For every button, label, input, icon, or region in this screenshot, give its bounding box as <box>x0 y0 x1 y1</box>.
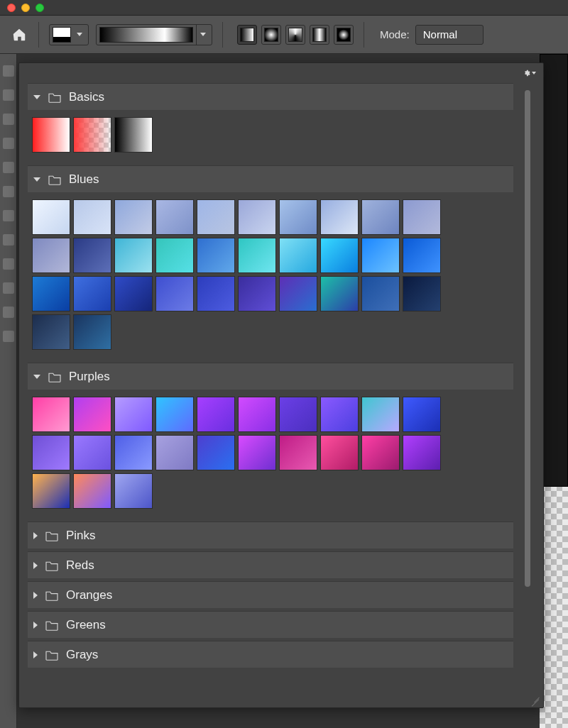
folder-header[interactable]: Pinks <box>28 522 513 548</box>
gradient-swatch[interactable] <box>73 276 111 311</box>
window-close-button[interactable] <box>7 4 16 12</box>
gradient-swatch[interactable] <box>403 397 441 432</box>
chevron-down-icon <box>200 33 206 36</box>
folder-header[interactable]: Blues <box>28 165 513 192</box>
gradient-type-angle[interactable] <box>285 25 305 45</box>
gradient-type-linear[interactable] <box>237 25 257 45</box>
gradient-swatch[interactable] <box>279 276 317 311</box>
gradient-swatch[interactable] <box>73 435 111 470</box>
gradient-swatch[interactable] <box>114 199 153 235</box>
gradient-swatch[interactable] <box>403 435 441 470</box>
gradient-swatch[interactable] <box>73 397 111 432</box>
gradient-swatch[interactable] <box>155 276 194 311</box>
gradient-swatch[interactable] <box>73 314 111 350</box>
gradient-swatch[interactable] <box>361 238 400 273</box>
gradient-swatch[interactable] <box>279 397 317 432</box>
gradient-swatch[interactable] <box>32 238 70 273</box>
gradient-swatch[interactable] <box>197 199 235 235</box>
gradient-swatch[interactable] <box>73 238 111 273</box>
tool-button[interactable] <box>3 114 14 125</box>
gradient-swatch[interactable] <box>73 117 111 153</box>
gradient-swatch[interactable] <box>238 238 276 273</box>
tool-button[interactable] <box>3 282 14 294</box>
gradient-swatch[interactable] <box>73 199 111 235</box>
scrollbar-thumb[interactable] <box>525 90 530 587</box>
gradient-swatch[interactable] <box>197 276 235 311</box>
gradient-swatch[interactable] <box>279 435 317 470</box>
mode-select[interactable]: Normal <box>415 25 484 45</box>
tool-button[interactable] <box>3 258 14 270</box>
gradient-swatch[interactable] <box>320 199 359 235</box>
gradient-preview-dropdown[interactable] <box>96 24 212 45</box>
tool-button[interactable] <box>3 89 14 101</box>
gradient-type-diamond[interactable] <box>334 25 354 45</box>
folder-icon <box>45 560 59 571</box>
gradient-preview-caret[interactable] <box>196 25 212 45</box>
gradient-swatch[interactable] <box>114 397 153 432</box>
gradient-swatch[interactable] <box>32 314 70 350</box>
gradient-swatch[interactable] <box>320 276 359 311</box>
scrollbar-track[interactable] <box>525 90 530 587</box>
gradient-swatch[interactable] <box>320 397 359 432</box>
home-button[interactable] <box>10 26 28 44</box>
gradient-swatch[interactable] <box>155 199 194 235</box>
folder-purples: Purples <box>28 363 513 519</box>
linear-gradient-icon <box>240 28 254 42</box>
gradient-swatch[interactable] <box>238 435 276 470</box>
gradient-swatch[interactable] <box>238 397 276 432</box>
folder-icon <box>48 92 62 103</box>
gradient-swatch[interactable] <box>32 473 70 509</box>
gradient-type-radial[interactable] <box>261 25 281 45</box>
gradient-swatch[interactable] <box>32 117 70 153</box>
gradient-swatch[interactable] <box>361 397 400 432</box>
gradient-swatch[interactable] <box>114 276 153 311</box>
gradient-type-reflected[interactable] <box>310 25 329 45</box>
tool-button[interactable] <box>3 234 14 246</box>
gradient-swatch[interactable] <box>32 276 70 311</box>
resize-grip[interactable] <box>529 693 540 705</box>
tool-button[interactable] <box>3 210 14 221</box>
tool-button[interactable] <box>3 65 14 77</box>
gradient-swatch[interactable] <box>320 238 359 273</box>
window-minimize-button[interactable] <box>21 4 30 12</box>
gradient-swatch[interactable] <box>32 199 70 235</box>
gradient-kind-dropdown[interactable] <box>49 24 89 45</box>
tool-button[interactable] <box>3 186 14 197</box>
gradient-swatch[interactable] <box>73 473 111 509</box>
folder-header[interactable]: Purples <box>28 363 513 390</box>
gradient-swatch[interactable] <box>155 397 194 432</box>
gradient-swatch[interactable] <box>238 199 276 235</box>
gradient-swatch[interactable] <box>279 238 317 273</box>
gradient-swatch[interactable] <box>114 473 153 509</box>
gradient-swatch[interactable] <box>403 276 441 311</box>
gradient-swatch[interactable] <box>197 435 235 470</box>
gradient-swatch[interactable] <box>197 238 235 273</box>
gradient-swatch[interactable] <box>155 238 194 273</box>
gradient-swatch[interactable] <box>361 199 400 235</box>
window-zoom-button[interactable] <box>36 4 44 12</box>
gradient-swatch[interactable] <box>197 397 235 432</box>
folder-header[interactable]: Reds <box>28 551 513 578</box>
gradient-swatch[interactable] <box>403 199 441 235</box>
panel-menu-button[interactable] <box>523 67 536 79</box>
folder-header[interactable]: Basics <box>28 83 513 110</box>
tool-button[interactable] <box>3 162 14 173</box>
gradient-swatch[interactable] <box>155 435 194 470</box>
tool-button[interactable] <box>3 331 14 342</box>
gradient-swatch[interactable] <box>114 117 153 153</box>
gradient-swatch[interactable] <box>279 199 317 235</box>
gradient-swatch[interactable] <box>238 276 276 311</box>
folder-header[interactable]: Grays <box>28 641 513 668</box>
tool-button[interactable] <box>3 307 14 318</box>
gradient-swatch[interactable] <box>32 435 70 470</box>
tool-button[interactable] <box>3 138 14 149</box>
gradient-swatch[interactable] <box>361 435 400 470</box>
gradient-swatch[interactable] <box>403 238 441 273</box>
gradient-swatch[interactable] <box>114 238 153 273</box>
folder-header[interactable]: Oranges <box>28 581 513 608</box>
gradient-swatch[interactable] <box>361 276 400 311</box>
folder-header[interactable]: Greens <box>28 611 513 638</box>
gradient-swatch[interactable] <box>114 435 153 470</box>
gradient-swatch[interactable] <box>320 435 359 470</box>
gradient-swatch[interactable] <box>32 397 70 432</box>
